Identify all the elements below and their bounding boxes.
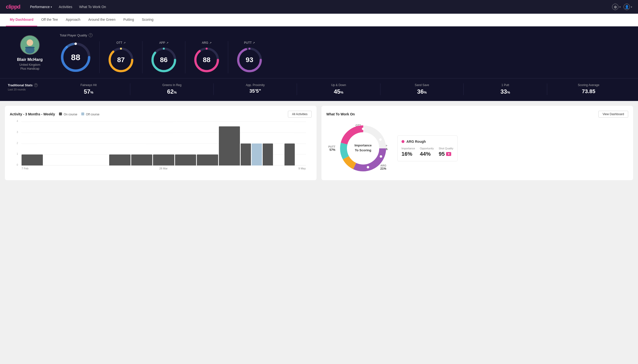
chevron-down-icon: ▾	[619, 6, 621, 8]
x-label-mar: 28 Mar	[159, 167, 167, 170]
hero-section: Blair McHarg United Kingdom Plus Handica…	[0, 26, 638, 78]
bar-group-9	[197, 154, 218, 166]
svg-point-27	[380, 155, 382, 158]
svg-point-19	[249, 48, 251, 50]
arg-rough-dot	[401, 140, 404, 143]
tab-putting[interactable]: Putting	[119, 14, 138, 26]
bar-group-13	[285, 144, 306, 166]
stat-items: Fairways Hit 57% Greens In Reg 62% App. …	[47, 83, 630, 95]
off-course-legend: Off course	[81, 112, 99, 116]
arg-score-card: ARG ↗ 88	[185, 41, 228, 73]
chevron-down-icon: ▾	[631, 6, 632, 8]
svg-text:Importance: Importance	[354, 144, 372, 147]
bar-group-8	[175, 154, 196, 166]
main-ring: 88	[60, 41, 92, 73]
bar-on-7	[153, 154, 174, 166]
activity-legend: On course Off course	[59, 112, 99, 116]
stat-1-putt: 1 Putt 33%	[464, 83, 547, 95]
trad-stats-help-icon[interactable]: ?	[34, 83, 38, 87]
nav-what-to-work-on[interactable]: What To Work On	[79, 5, 106, 9]
tab-approach[interactable]: Approach	[62, 14, 84, 26]
player-info: Blair McHarg United Kingdom Plus Handica…	[8, 33, 52, 70]
nav-links: Performance ▾ Activities What To Work On	[30, 5, 612, 9]
y-axis-label-2: 2	[17, 142, 18, 144]
tab-off-the-tee[interactable]: Off the Tee	[37, 14, 62, 26]
on-course-legend-dot	[59, 112, 62, 116]
x-axis-labels: 7 Feb 28 Mar 9 May	[17, 166, 306, 170]
tpq-label: Total Player Quality ?	[60, 33, 630, 37]
add-button[interactable]: ⊕ ▾	[612, 4, 621, 10]
chevron-down-icon: ▾	[51, 6, 52, 8]
app-label: APP ↗	[159, 41, 168, 44]
putt-score-card: PUTT ↗ 93	[228, 41, 271, 73]
ott-trend-icon: ↗	[123, 41, 126, 44]
tab-my-dashboard[interactable]: My Dashboard	[6, 14, 37, 26]
stat-scoring-average: Scoring Average 73.85	[547, 83, 630, 95]
bar-on-11	[241, 144, 251, 166]
arg-ring: 88	[193, 46, 220, 73]
bar-group-11	[241, 144, 262, 166]
ott-label: OTT ↗	[117, 41, 126, 44]
svg-rect-3	[25, 47, 35, 48]
help-icon[interactable]: ?	[89, 33, 93, 37]
bar-on-10	[219, 126, 240, 166]
importance-metric: Importance 16%	[401, 147, 415, 157]
stat-up-and-down: Up & Down 45%	[297, 83, 380, 95]
svg-point-10	[120, 48, 122, 50]
putt-ring: 93	[236, 46, 263, 73]
bar-on-6	[131, 154, 152, 166]
wtwon-panel-header: What To Work On View Dashboard	[326, 111, 628, 118]
app-score-number: 86	[160, 56, 167, 64]
stat-app-proximity: App. Proximity 35'5"	[214, 83, 297, 95]
scores-section: Total Player Quality ? 88	[60, 33, 630, 73]
bar-group-5	[109, 154, 130, 166]
svg-text:To Scoring: To Scoring	[355, 148, 371, 152]
activity-panel-title: Activity - 3 Months - Weekly	[10, 112, 55, 116]
tab-around-the-green[interactable]: Around the Green	[84, 14, 119, 26]
bar-group-7	[153, 154, 174, 166]
arg-rough-info-card: ARG Rough Importance 16% Opportunity 44%	[397, 136, 458, 161]
nav-performance[interactable]: Performance ▾	[30, 5, 52, 9]
svg-point-13	[163, 48, 165, 50]
svg-point-26	[379, 138, 382, 141]
view-dashboard-button[interactable]: View Dashboard	[598, 111, 628, 118]
stat-greens-in-reg: Greens In Reg 62%	[130, 83, 214, 95]
trad-stats-title: Traditional Stats ?	[8, 83, 42, 87]
putt-score-number: 93	[246, 56, 253, 64]
putt-label: PUTT ↗	[244, 41, 255, 44]
player-handicap: Plus Handicap	[20, 67, 39, 70]
shot-quality-metric: Shot Quality 95 ▼	[439, 147, 453, 157]
arg-score-number: 88	[203, 56, 210, 64]
tab-scoring[interactable]: Scoring	[138, 14, 157, 26]
shot-quality-badge: ▼	[446, 152, 451, 156]
x-label-may: 9 May	[298, 167, 306, 170]
opportunity-metric: Opportunity 44%	[420, 147, 434, 157]
stat-sand-save: Sand Save 36%	[380, 83, 464, 95]
avatar	[20, 35, 40, 55]
bar-on-13	[285, 144, 295, 166]
main-score-card: 88	[60, 41, 100, 73]
traditional-stats-section: Traditional Stats ? Last 20 rounds Fairw…	[0, 78, 638, 101]
ott-ring: 87	[107, 46, 134, 73]
main-score-number: 88	[71, 52, 80, 62]
user-menu-button[interactable]: 👤 ▾	[623, 4, 632, 10]
all-activities-button[interactable]: All Activities	[288, 111, 312, 118]
info-metrics: Importance 16% Opportunity 44% Shot Qual…	[401, 147, 453, 157]
ott-score-card: OTT ↗ 87	[100, 41, 142, 73]
activity-panel-header: Activity - 3 Months - Weekly On course O…	[10, 111, 312, 118]
svg-point-28	[367, 166, 369, 168]
putt-trend-icon: ↗	[253, 41, 255, 44]
on-course-legend: On course	[59, 112, 77, 116]
arg-trend-icon: ↗	[209, 41, 211, 44]
score-cards: 88 OTT ↗ 87	[60, 41, 630, 73]
bar-on-5	[109, 154, 130, 166]
nav-activities[interactable]: Activities	[59, 5, 72, 9]
svg-point-1	[27, 39, 33, 46]
activity-panel: Activity - 3 Months - Weekly On course O…	[5, 106, 317, 180]
bar-off-11	[252, 144, 262, 166]
player-name: Blair McHarg	[17, 57, 43, 62]
trad-stats-subtitle: Last 20 rounds	[8, 88, 42, 91]
stat-fairways-hit: Fairways Hit 57%	[47, 83, 130, 95]
bar-group-1	[22, 154, 43, 166]
donut-chart-container: OTT 10% APP 12% ARG 21% PUTT 57%	[326, 122, 390, 175]
